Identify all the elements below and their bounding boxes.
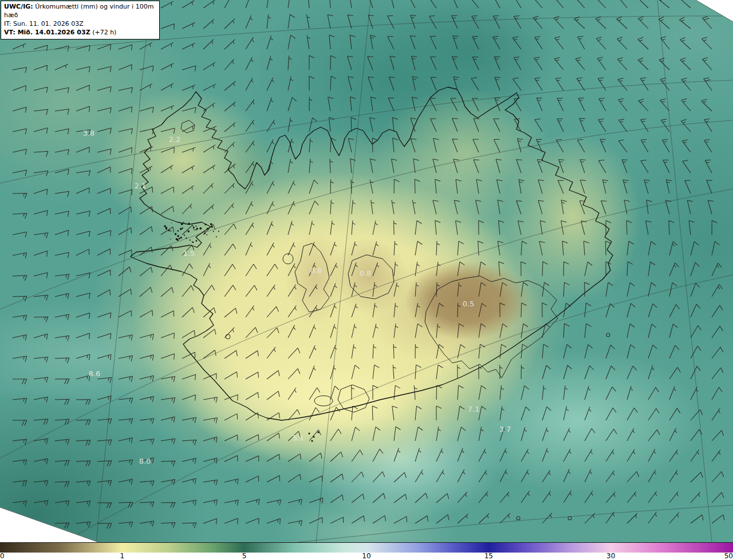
colorbar-tick-label: 50 (724, 552, 733, 560)
precip-value-label: 0.8 (360, 269, 372, 278)
colorbar-gradient (0, 542, 733, 553)
precip-value-label: 2.2 (169, 135, 181, 144)
colorbar-tick-label: 30 (606, 552, 615, 560)
colorbar-tick-label: 1 (120, 552, 125, 560)
colorbar-tick-label: 5 (242, 552, 247, 560)
coastline-iceland (131, 87, 613, 420)
precip-value-label: 2.1 (135, 182, 147, 190)
colorbar-tick-label: 15 (484, 552, 493, 560)
precip-value-label: 3.8 (83, 129, 95, 137)
map-overlay-svg: 3.82.22.11.50.80.80.58.65.17.13.78.0 (0, 0, 733, 542)
precip-value-label: 8.6 (89, 369, 101, 378)
precip-value-label: 0.5 (463, 299, 475, 308)
colorbar-tick-label: 10 (362, 552, 371, 560)
weather-map-screenshot: 3.82.22.11.50.80.80.58.65.17.13.78.0 UWC… (0, 0, 733, 560)
model-id: UWC/IG: (4, 3, 33, 10)
colorbar: 01510153050 (0, 542, 733, 560)
precip-value-label: 7.1 (468, 405, 480, 413)
precip-value-labels: 3.82.22.11.50.80.80.58.65.17.13.78.0 (83, 129, 511, 466)
title-box: UWC/IG: Úrkomumætti (mm) og vindur i 100… (1, 1, 160, 40)
colorbar-tick-label: 0 (0, 552, 5, 560)
glacier-outlines (181, 120, 558, 412)
forecast-title: UWC/IG: Úrkomumætti (mm) og vindur i 100… (4, 3, 156, 20)
wind-barbs-layer (13, 0, 724, 529)
valid-time: VT: Mið. 14.01.2026 03Z (+72 h) (4, 29, 156, 37)
precip-value-label: 3.7 (499, 425, 511, 433)
weather-map-canvas: 3.82.22.11.50.80.80.58.65.17.13.78.0 UWC… (0, 0, 733, 542)
precip-value-label: 8.0 (139, 457, 151, 466)
precip-value-label: 5.1 (293, 433, 305, 442)
precip-value-label: 0.8 (310, 266, 322, 275)
precip-value-label: 1.5 (183, 249, 195, 258)
init-time: IT: Sun. 11. 01. 2026 03Z (4, 20, 156, 29)
colorbar-tick-row: 01510153050 (0, 552, 733, 560)
